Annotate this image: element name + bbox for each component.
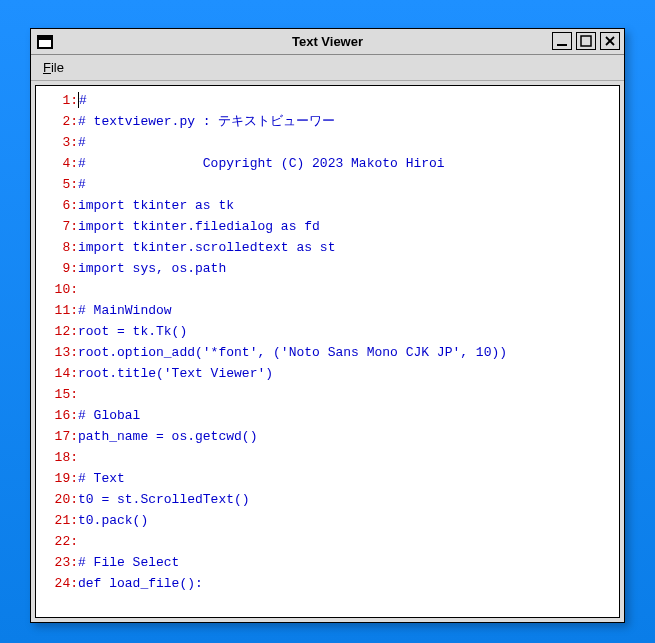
code-text: t0 = st.ScrolledText() [78, 492, 250, 507]
line-number: 5: [36, 174, 78, 195]
code-line: 16:# Global [36, 405, 619, 426]
app-window: Text Viewer File 1:#2:# textviewer.py : … [30, 28, 625, 623]
code-line: 18: [36, 447, 619, 468]
menubar: File [31, 55, 624, 81]
code-line: 11:# MainWindow [36, 300, 619, 321]
app-icon [37, 35, 53, 49]
code-text: path_name = os.getcwd() [78, 429, 257, 444]
code-line: 6:import tkinter as tk [36, 195, 619, 216]
code-line: 15: [36, 384, 619, 405]
code-line: 23:# File Select [36, 552, 619, 573]
line-number: 6: [36, 195, 78, 216]
maximize-button[interactable] [576, 32, 596, 50]
text-cursor [78, 92, 79, 108]
code-line: 8:import tkinter.scrolledtext as st [36, 237, 619, 258]
line-number: 24: [36, 573, 78, 594]
code-text: t0.pack() [78, 513, 148, 528]
code-line: 24:def load_file(): [36, 573, 619, 594]
line-number: 23: [36, 552, 78, 573]
line-number: 11: [36, 300, 78, 321]
svg-rect-0 [557, 44, 567, 46]
line-number: 14: [36, 363, 78, 384]
code-text: root.option_add('*font', ('Noto Sans Mon… [78, 345, 507, 360]
code-line: 3:# [36, 132, 619, 153]
code-text: root.title('Text Viewer') [78, 366, 273, 381]
code-line: 10: [36, 279, 619, 300]
code-text: import tkinter.scrolledtext as st [78, 240, 335, 255]
code-text: import tkinter as tk [78, 198, 234, 213]
line-number: 7: [36, 216, 78, 237]
code-line: 19:# Text [36, 468, 619, 489]
close-icon [604, 35, 616, 47]
code-text: # Copyright (C) 2023 Makoto Hiroi [78, 156, 445, 171]
line-number: 8: [36, 237, 78, 258]
line-number: 4: [36, 153, 78, 174]
maximize-icon [580, 35, 592, 47]
code-line: 7:import tkinter.filedialog as fd [36, 216, 619, 237]
code-text: import sys, os.path [78, 261, 226, 276]
code-text: # MainWindow [78, 303, 172, 318]
line-number: 22: [36, 531, 78, 552]
code-line: 5:# [36, 174, 619, 195]
menu-file[interactable]: File [39, 58, 68, 77]
window-title: Text Viewer [31, 34, 624, 49]
svg-rect-1 [581, 36, 591, 46]
code-line: 2:# textviewer.py : テキストビューワー [36, 111, 619, 132]
code-text: # [78, 135, 86, 150]
code-text: # Global [78, 408, 140, 423]
line-number: 2: [36, 111, 78, 132]
minimize-icon [556, 35, 568, 47]
code-line: 4:# Copyright (C) 2023 Makoto Hiroi [36, 153, 619, 174]
line-number: 12: [36, 321, 78, 342]
line-number: 13: [36, 342, 78, 363]
content-area: 1:#2:# textviewer.py : テキストビューワー3:#4:# C… [31, 81, 624, 622]
code-line: 12:root = tk.Tk() [36, 321, 619, 342]
line-number: 16: [36, 405, 78, 426]
code-text: root = tk.Tk() [78, 324, 187, 339]
code-line: 21:t0.pack() [36, 510, 619, 531]
titlebar[interactable]: Text Viewer [31, 29, 624, 55]
code-text: import tkinter.filedialog as fd [78, 219, 320, 234]
code-line: 14:root.title('Text Viewer') [36, 363, 619, 384]
line-number: 1: [36, 90, 78, 111]
code-line: 9:import sys, os.path [36, 258, 619, 279]
minimize-button[interactable] [552, 32, 572, 50]
code-text: # [78, 177, 86, 192]
code-text: # Text [78, 471, 125, 486]
code-text: # textviewer.py : テキストビューワー [78, 114, 335, 129]
code-text: def load_file(): [78, 576, 203, 591]
text-viewer[interactable]: 1:#2:# textviewer.py : テキストビューワー3:#4:# C… [35, 85, 620, 618]
line-number: 10: [36, 279, 78, 300]
code-line: 1:# [36, 90, 619, 111]
line-number: 20: [36, 489, 78, 510]
window-controls [552, 32, 620, 50]
line-number: 9: [36, 258, 78, 279]
code-line: 22: [36, 531, 619, 552]
line-number: 18: [36, 447, 78, 468]
code-line: 20:t0 = st.ScrolledText() [36, 489, 619, 510]
code-line: 13:root.option_add('*font', ('Noto Sans … [36, 342, 619, 363]
close-button[interactable] [600, 32, 620, 50]
line-number: 17: [36, 426, 78, 447]
line-number: 3: [36, 132, 78, 153]
line-number: 19: [36, 468, 78, 489]
line-number: 15: [36, 384, 78, 405]
code-text: # File Select [78, 555, 179, 570]
code-line: 17:path_name = os.getcwd() [36, 426, 619, 447]
code-text: # [79, 93, 87, 108]
line-number: 21: [36, 510, 78, 531]
